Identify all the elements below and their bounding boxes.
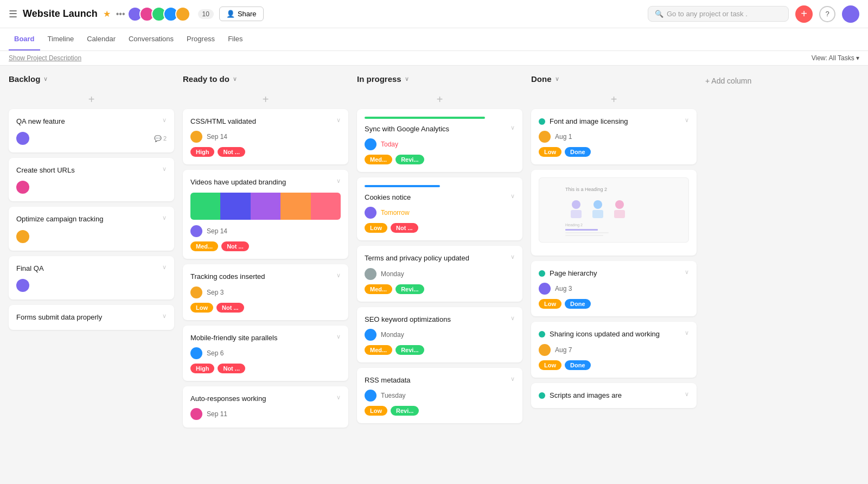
board-area: Backlog ∨ + QA new feature ∨ 💬2 Create s… <box>0 66 868 484</box>
card-mobile-friendly[interactable]: Mobile-friendly site parallels ∨ Sep 6 H… <box>183 326 348 381</box>
badge-med: Med... <box>365 284 392 294</box>
card-page-hierarchy[interactable]: Page hierarchy ∨ Aug 3 Low Done <box>531 261 697 316</box>
badge-low: Low <box>365 406 387 416</box>
card-tracking-codes[interactable]: Tracking codes inserted ∨ Sep 3 Low Not … <box>183 264 348 320</box>
card-badges: Low Revi... <box>365 406 515 416</box>
title-with-dot: Page hierarchy <box>539 269 597 278</box>
badge-med: Med... <box>365 155 392 164</box>
column-inprogress-chevron[interactable]: ∨ <box>405 75 409 82</box>
badge-low: Low <box>539 299 561 309</box>
add-column-button[interactable]: + Add column <box>705 74 751 87</box>
badge-revi: Revi... <box>395 284 424 294</box>
card-header: Page hierarchy ∨ <box>539 269 689 278</box>
card-header: Sharing icons updated and working ∨ <box>539 329 689 339</box>
card-chevron: ∨ <box>162 214 167 221</box>
card-title: Font and image licensing <box>550 117 628 126</box>
card-date-row: Sep 14 <box>190 131 341 143</box>
tab-timeline[interactable]: Timeline <box>42 28 80 50</box>
tab-conversations[interactable]: Conversations <box>123 28 179 50</box>
column-ready-header: Ready to do ∨ <box>183 74 348 84</box>
card-chevron: ∨ <box>336 117 341 124</box>
tab-progress[interactable]: Progress <box>181 28 220 50</box>
card-date: Aug 1 <box>555 133 572 141</box>
card-header: CSS/HTML validated ∨ <box>190 117 341 126</box>
card-preview[interactable]: This is a Heading 2 Heading 2 <box>531 170 697 256</box>
badge-low: Low <box>190 303 213 313</box>
tab-calendar[interactable]: Calendar <box>81 28 121 50</box>
card-cookies-notice[interactable]: Cookies notice ∨ Tomorrow Low Not ... <box>357 177 522 240</box>
card-badges: Low Done <box>539 147 689 157</box>
more-options-icon[interactable]: ••• <box>116 9 125 19</box>
card-chevron: ∨ <box>162 313 167 320</box>
card-footer <box>16 181 167 194</box>
card-date: Sep 3 <box>207 289 224 296</box>
card-videos-branding[interactable]: Videos have updated branding ∨ Sep 14 Me… <box>183 170 348 259</box>
card-title: Create short URLs <box>16 165 158 175</box>
card-sync-analytics[interactable]: Sync with Google Analytics ∨ Today Med..… <box>357 109 522 172</box>
card-qa-new-feature[interactable]: QA new feature ∨ 💬2 <box>9 109 174 152</box>
column-done-title: Done <box>531 74 552 84</box>
badge-low: Low <box>539 147 561 157</box>
badge-high: High <box>190 147 214 157</box>
badge-done: Done <box>565 360 591 370</box>
column-done-chevron[interactable]: ∨ <box>555 75 559 82</box>
teal-dot-icon <box>539 270 545 277</box>
card-chevron: ∨ <box>510 193 515 200</box>
card-auto-responses[interactable]: Auto-responses working ∨ Sep 11 <box>183 386 348 428</box>
add-card-backlog-button[interactable]: + <box>9 90 174 109</box>
show-project-description[interactable]: Show Project Description <box>9 54 81 62</box>
card-header: Font and image licensing ∨ <box>539 117 689 126</box>
card-header: SEO keyword optimizations ∨ <box>365 315 515 324</box>
column-ready-chevron[interactable]: ∨ <box>233 75 237 82</box>
add-button[interactable]: + <box>795 5 813 23</box>
badge-revi: Revi... <box>395 155 424 164</box>
card-chevron: ∨ <box>685 117 689 124</box>
card-font-licensing[interactable]: Font and image licensing ∨ Aug 1 Low Don… <box>531 109 697 164</box>
card-date-row: Today <box>365 138 515 150</box>
share-icon: 👤 <box>226 10 235 18</box>
help-button[interactable]: ? <box>819 6 835 22</box>
column-backlog-chevron[interactable]: ∨ <box>43 75 48 82</box>
badge-revi: Revi... <box>395 345 424 355</box>
card-badges: Med... Revi... <box>365 155 515 164</box>
card-css-html[interactable]: CSS/HTML validated ∨ Sep 14 High Not ... <box>183 109 348 164</box>
card-sharing-icons[interactable]: Sharing icons updated and working ∨ Aug … <box>531 322 697 377</box>
share-button[interactable]: 👤 Share <box>219 7 264 21</box>
gradient-preview <box>190 193 341 220</box>
card-rss-metadata[interactable]: RSS metadata ∨ Tuesday Low Revi... <box>357 368 522 423</box>
user-avatar[interactable] <box>842 5 859 23</box>
card-chevron: ∨ <box>336 394 341 401</box>
card-final-qa[interactable]: Final QA ∨ <box>9 256 174 300</box>
view-all-tasks[interactable]: View: All Tasks ▾ <box>812 54 859 62</box>
card-avatar <box>16 132 29 145</box>
card-date: Sep 14 <box>207 133 227 141</box>
add-card-ready-button[interactable]: + <box>183 90 348 109</box>
hamburger-icon[interactable]: ☰ <box>9 8 17 20</box>
card-date-row: Aug 3 <box>539 283 689 295</box>
card-date: Tomorrow <box>381 209 410 216</box>
search-bar[interactable]: 🔍 Go to any project or task . <box>648 6 789 22</box>
tab-files[interactable]: Files <box>222 28 248 50</box>
add-card-inprogress-button[interactable]: + <box>357 90 522 109</box>
card-create-short-urls[interactable]: Create short URLs ∨ <box>9 158 174 201</box>
card-avatar <box>190 408 202 420</box>
card-terms-privacy[interactable]: Terms and privacy policy updated ∨ Monda… <box>357 246 522 301</box>
add-card-done-button[interactable]: + <box>531 90 697 109</box>
card-footer <box>16 279 167 292</box>
column-done-header: Done ∨ <box>531 74 697 84</box>
card-title: Scripts and images are <box>550 391 680 400</box>
card-title: Sync with Google Analytics <box>365 124 506 134</box>
tab-board[interactable]: Board <box>9 28 40 50</box>
card-title: Final QA <box>16 264 158 273</box>
card-forms-submit[interactable]: Forms submit data properly ∨ <box>9 305 174 330</box>
card-seo-keywords[interactable]: SEO keyword optimizations ∨ Monday Med..… <box>357 307 522 362</box>
card-date: Monday <box>381 331 404 339</box>
star-icon[interactable]: ★ <box>103 9 111 19</box>
card-scripts-images[interactable]: Scripts and images are ∨ <box>531 383 697 408</box>
card-optimize-campaign[interactable]: Optimize campaign tracking ∨ <box>9 207 174 250</box>
card-date-row: Sep 11 <box>190 408 341 420</box>
card-avatar <box>539 283 551 295</box>
search-placeholder: Go to any project or task . <box>667 10 748 18</box>
card-title: SEO keyword optimizations <box>365 315 506 324</box>
svg-point-4 <box>615 200 624 209</box>
